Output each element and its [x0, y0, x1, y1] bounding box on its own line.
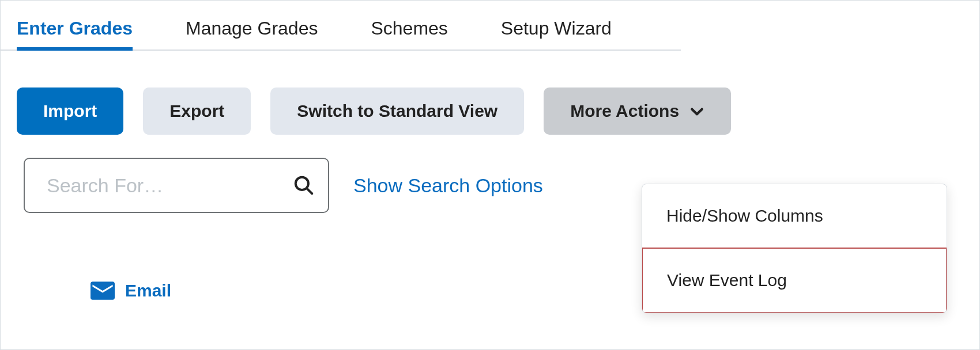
tab-schemes[interactable]: Schemes	[371, 18, 447, 50]
more-actions-label: More Actions	[570, 101, 679, 121]
toolbar: Import Export Switch to Standard View Mo…	[1, 51, 979, 135]
tab-manage-grades[interactable]: Manage Grades	[186, 18, 318, 50]
switch-view-button[interactable]: Switch to Standard View	[270, 88, 524, 135]
dropdown-view-event-log[interactable]: View Event Log	[642, 248, 947, 313]
svg-line-1	[307, 189, 312, 194]
email-link[interactable]: Email	[125, 281, 171, 300]
app-container: Enter Grades Manage Grades Schemes Setup…	[0, 0, 980, 350]
more-actions-dropdown: Hide/Show Columns View Event Log	[642, 184, 947, 313]
show-search-options-link[interactable]: Show Search Options	[353, 174, 543, 197]
search-box	[24, 158, 329, 213]
search-input[interactable]	[46, 174, 293, 197]
more-actions-button[interactable]: More Actions	[544, 88, 731, 135]
chevron-down-icon	[689, 104, 704, 119]
dropdown-hide-show-columns[interactable]: Hide/Show Columns	[642, 184, 947, 248]
email-icon	[91, 281, 115, 300]
tab-enter-grades[interactable]: Enter Grades	[17, 18, 133, 50]
tab-setup-wizard[interactable]: Setup Wizard	[501, 18, 612, 50]
export-button[interactable]: Export	[143, 88, 251, 135]
import-button[interactable]: Import	[17, 88, 123, 135]
search-icon[interactable]	[293, 174, 315, 196]
tab-bar: Enter Grades Manage Grades Schemes Setup…	[1, 1, 681, 51]
